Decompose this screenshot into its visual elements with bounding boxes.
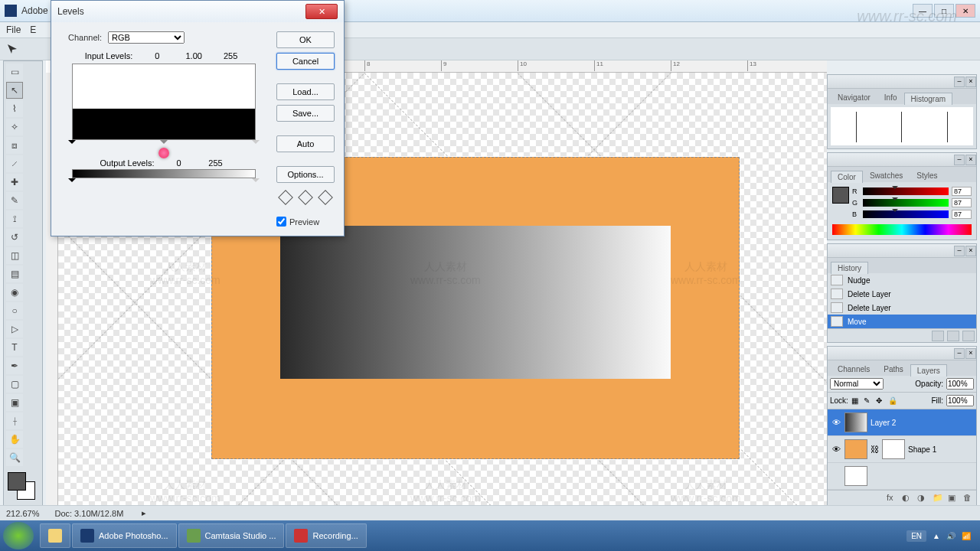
white-point-slider[interactable] xyxy=(252,140,260,148)
history-brush-tool[interactable]: ↺ xyxy=(6,229,23,246)
output-white-field[interactable] xyxy=(203,158,227,168)
move-tool[interactable]: ↖ xyxy=(6,82,23,99)
panel-close-icon[interactable]: × xyxy=(965,155,976,165)
trash-icon[interactable] xyxy=(962,331,975,341)
link-icon[interactable]: ⛓ xyxy=(871,445,879,454)
new-layer-icon[interactable]: ▣ xyxy=(948,493,959,504)
layer-thumbnail[interactable] xyxy=(844,466,867,486)
input-sliders[interactable] xyxy=(72,140,256,149)
output-black-slider[interactable] xyxy=(68,178,76,186)
fx-icon[interactable]: fx xyxy=(887,493,897,504)
language-indicator[interactable]: EN xyxy=(906,530,926,542)
tab-styles[interactable]: Styles xyxy=(910,169,944,182)
history-item[interactable]: Delete Layer xyxy=(828,287,976,301)
foreground-color[interactable] xyxy=(8,472,26,491)
load-button[interactable]: Load... xyxy=(276,83,335,100)
taskbar-item-photoshop[interactable]: Adobe Photosho... xyxy=(72,523,177,548)
output-sliders[interactable] xyxy=(72,178,256,186)
blur-tool[interactable]: ◉ xyxy=(6,284,23,301)
wand-tool[interactable]: ✧ xyxy=(6,119,23,135)
input-white-field[interactable] xyxy=(218,51,243,60)
zoom-level[interactable]: 212.67% xyxy=(6,509,39,518)
trash-icon[interactable]: 🗑 xyxy=(963,493,974,504)
tab-history[interactable]: History xyxy=(831,262,868,274)
tab-color[interactable]: Color xyxy=(831,171,863,183)
tab-info[interactable]: Info xyxy=(877,91,904,104)
layer-row[interactable] xyxy=(828,463,976,490)
output-black-field[interactable] xyxy=(166,158,191,168)
black-point-slider[interactable] xyxy=(68,140,76,148)
tray-icon[interactable]: ▲ xyxy=(933,532,940,540)
new-snapshot-icon[interactable] xyxy=(932,331,944,341)
brush-tool[interactable]: ✎ xyxy=(6,192,23,209)
g-value[interactable]: 87 xyxy=(952,198,972,207)
ok-button[interactable]: OK xyxy=(276,31,335,48)
crop-tool[interactable]: ⧈ xyxy=(6,137,23,154)
taskbar-item-explorer[interactable] xyxy=(40,523,70,548)
history-item-selected[interactable]: Move xyxy=(828,315,976,328)
taskbar-item-recording[interactable]: Recording... xyxy=(286,523,366,548)
tray-icon[interactable]: 🔊 xyxy=(946,532,956,540)
output-white-slider[interactable] xyxy=(252,178,260,186)
eyedropper-tool[interactable]: ⟊ xyxy=(6,412,23,429)
channel-select[interactable]: RGB xyxy=(108,31,185,44)
lock-transparency-icon[interactable]: ▦ xyxy=(851,396,861,406)
input-black-field[interactable] xyxy=(145,51,169,60)
input-gamma-field[interactable] xyxy=(181,51,206,60)
r-slider[interactable] xyxy=(863,187,949,195)
tab-swatches[interactable]: Swatches xyxy=(863,169,910,182)
lock-image-icon[interactable]: ✎ xyxy=(864,396,873,406)
layer-row[interactable]: 👁 ⛓ Shape 1 xyxy=(828,436,976,463)
options-button[interactable]: Options... xyxy=(276,166,335,183)
layer-thumbnail[interactable] xyxy=(844,412,867,432)
panel-min-icon[interactable]: – xyxy=(954,155,965,165)
zoom-tool[interactable]: 🔍 xyxy=(6,449,23,466)
history-item[interactable]: Delete Layer xyxy=(828,301,976,315)
slice-tool[interactable]: ⟋ xyxy=(6,155,23,172)
panel-close-icon[interactable]: × xyxy=(965,77,976,87)
tray-icon[interactable]: 📶 xyxy=(962,532,971,540)
eraser-tool[interactable]: ◫ xyxy=(6,247,23,264)
menu-edit[interactable]: E xyxy=(30,24,36,35)
tab-channels[interactable]: Channels xyxy=(831,363,877,376)
notes-tool[interactable]: ▣ xyxy=(6,394,23,411)
panel-min-icon[interactable]: – xyxy=(954,77,965,87)
panel-min-icon[interactable]: – xyxy=(954,246,965,256)
visibility-icon[interactable]: 👁 xyxy=(831,418,841,427)
vector-mask-thumbnail[interactable] xyxy=(882,439,905,459)
lasso-tool[interactable]: ⌇ xyxy=(6,100,23,117)
r-value[interactable]: 87 xyxy=(952,187,972,196)
layer-row-selected[interactable]: 👁 Layer 2 xyxy=(828,409,976,436)
dialog-titlebar[interactable]: Levels ✕ xyxy=(51,1,344,22)
heal-tool[interactable]: ✚ xyxy=(6,174,23,191)
status-arrow-icon[interactable]: ▸ xyxy=(142,508,146,518)
save-button[interactable]: Save... xyxy=(276,105,335,122)
panel-close-icon[interactable]: × xyxy=(965,246,976,256)
stamp-tool[interactable]: ⟟ xyxy=(6,210,23,227)
gradient-tool[interactable]: ▤ xyxy=(6,266,23,282)
cancel-button[interactable]: Cancel xyxy=(276,53,335,70)
color-spectrum[interactable] xyxy=(832,224,972,235)
b-slider[interactable] xyxy=(863,210,949,218)
shape-tool[interactable]: ▢ xyxy=(6,376,23,393)
hand-tool[interactable]: ✋ xyxy=(6,431,23,448)
opacity-input[interactable] xyxy=(946,378,974,390)
visibility-icon[interactable]: 👁 xyxy=(831,445,841,454)
menu-file[interactable]: File xyxy=(6,24,21,35)
white-eyedropper-icon[interactable] xyxy=(318,191,332,204)
dialog-close-button[interactable]: ✕ xyxy=(305,4,338,19)
panel-close-icon[interactable]: × xyxy=(965,348,976,359)
new-doc-icon[interactable] xyxy=(947,331,959,341)
panel-min-icon[interactable]: – xyxy=(954,348,965,359)
lock-position-icon[interactable]: ✥ xyxy=(876,396,885,406)
black-eyedropper-icon[interactable] xyxy=(279,191,292,204)
tab-navigator[interactable]: Navigator xyxy=(831,91,877,104)
dodge-tool[interactable]: ○ xyxy=(6,302,23,319)
lock-all-icon[interactable]: 🔒 xyxy=(888,396,897,406)
color-preview-swatch[interactable] xyxy=(832,187,849,204)
layer-thumbnail[interactable] xyxy=(844,439,867,459)
tab-histogram[interactable]: Histogram xyxy=(904,93,953,105)
mask-icon[interactable]: ◐ xyxy=(902,493,913,504)
path-tool[interactable]: ▷ xyxy=(6,321,23,337)
preview-checkbox[interactable] xyxy=(276,217,286,227)
